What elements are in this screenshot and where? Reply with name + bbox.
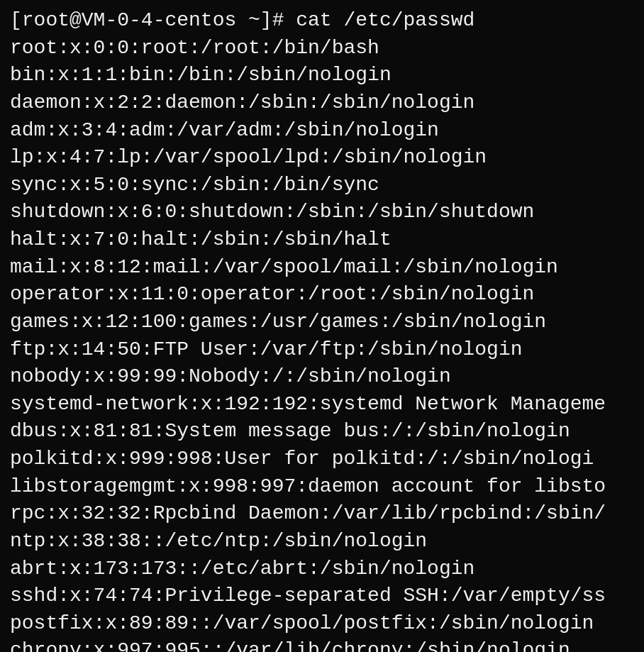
terminal-line: operator:x:11:0:operator:/root:/sbin/nol…	[10, 281, 634, 309]
terminal-line: rpc:x:32:32:Rpcbind Daemon:/var/lib/rpcb…	[10, 500, 634, 528]
terminal-line: daemon:x:2:2:daemon:/sbin:/sbin/nologin	[10, 89, 634, 117]
terminal-line: shutdown:x:6:0:shutdown:/sbin:/sbin/shut…	[10, 199, 634, 226]
terminal-line: sync:x:5:0:sync:/sbin:/bin/sync	[10, 172, 634, 199]
terminal-line: chrony:x:997:995::/var/lib/chrony:/sbin/…	[10, 637, 634, 652]
terminal-line: lp:x:4:7:lp:/var/spool/lpd:/sbin/nologin	[10, 144, 634, 172]
terminal-line: mail:x:8:12:mail:/var/spool/mail:/sbin/n…	[10, 254, 634, 282]
terminal-line: games:x:12:100:games:/usr/games:/sbin/no…	[10, 309, 634, 336]
terminal-line: polkitd:x:999:998:User for polkitd:/:/sb…	[10, 446, 634, 473]
terminal-line: adm:x:3:4:adm:/var/adm:/sbin/nologin	[10, 117, 634, 145]
terminal-line: nobody:x:99:99:Nobody:/:/sbin/nologin	[10, 363, 634, 391]
terminal-line: libstoragemgmt:x:998:997:daemon account …	[10, 473, 634, 501]
terminal-line: abrt:x:173:173::/etc/abrt:/sbin/nologin	[10, 556, 634, 583]
terminal-line: root:x:0:0:root:/root:/bin/bash	[10, 35, 634, 62]
terminal-window: [root@VM-0-4-centos ~]# cat /etc/passwdr…	[10, 7, 634, 652]
terminal-line: ntp:x:38:38::/etc/ntp:/sbin/nologin	[10, 528, 634, 556]
terminal-line: sshd:x:74:74:Privilege-separated SSH:/va…	[10, 582, 634, 610]
terminal-line: dbus:x:81:81:System message bus:/:/sbin/…	[10, 418, 634, 446]
terminal-line: halt:x:7:0:halt:/sbin:/sbin/halt	[10, 226, 634, 254]
terminal-line: ftp:x:14:50:FTP User:/var/ftp:/sbin/nolo…	[10, 336, 634, 364]
terminal-line: systemd-network:x:192:192:systemd Networ…	[10, 391, 634, 419]
terminal-line: postfix:x:89:89::/var/spool/postfix:/sbi…	[10, 610, 634, 638]
terminal-line: bin:x:1:1:bin:/bin:/sbin/nologin	[10, 62, 634, 89]
terminal-line: [root@VM-0-4-centos ~]# cat /etc/passwd	[10, 7, 634, 35]
